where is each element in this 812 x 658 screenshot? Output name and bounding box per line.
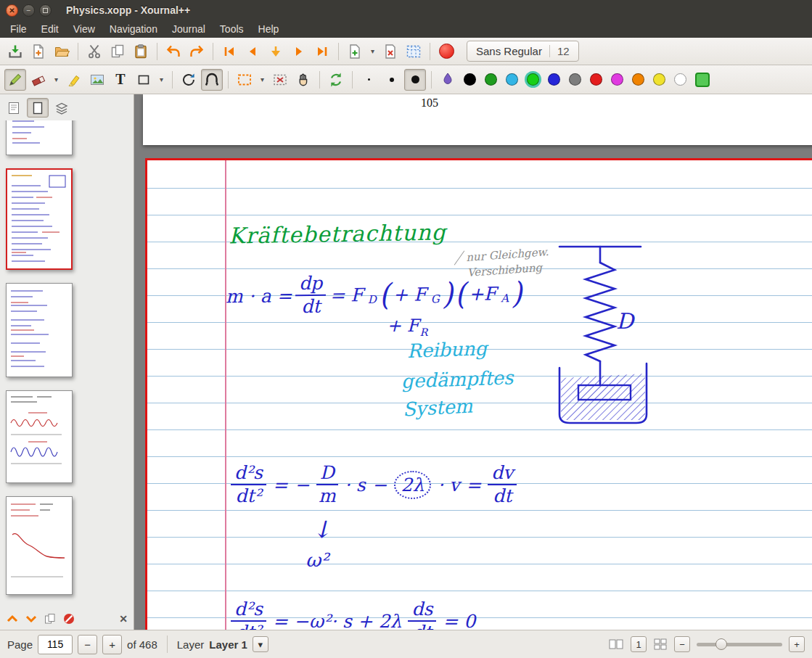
sidebar-tab-contents[interactable] — [3, 98, 25, 118]
refresh-icon — [328, 72, 344, 88]
current-color-button[interactable] — [695, 73, 710, 87]
single-page-view-button[interactable]: 1 — [631, 636, 647, 652]
record-icon — [439, 44, 454, 59]
font-button[interactable]: Sans Regular 12 — [467, 41, 579, 62]
thumbnail-page[interactable] — [6, 120, 73, 155]
cut-button[interactable] — [83, 41, 105, 62]
color-swatch-white[interactable] — [674, 73, 686, 86]
thickness-thick-button[interactable] — [404, 69, 426, 91]
save-button[interactable] — [4, 41, 26, 62]
sidebar-tab-preview[interactable] — [27, 98, 49, 118]
window-close-button[interactable]: ✕ — [6, 4, 18, 17]
move-page-down-button[interactable] — [25, 613, 38, 625]
last-page-button[interactable] — [311, 41, 333, 62]
thumbnail-page[interactable] — [6, 390, 73, 483]
image-tool-button[interactable] — [86, 69, 108, 91]
current-page[interactable]: Kräftebetrachtung nur Gleichgew. Verschi… — [145, 158, 812, 630]
new-document-button[interactable] — [28, 41, 49, 62]
statusbar-right: 1 − + — [608, 636, 805, 652]
grid-view-button[interactable] — [653, 638, 668, 651]
zoom-in-button[interactable]: + — [789, 636, 805, 652]
subscript-D: D — [368, 293, 377, 306]
formula-token: = — [273, 474, 288, 495]
color-swatch-gray[interactable] — [569, 73, 581, 86]
zoom-slider-handle[interactable] — [715, 638, 727, 650]
color-swatch-light-blue[interactable] — [506, 73, 518, 86]
sidebar-tab-layers[interactable] — [51, 98, 73, 118]
goto-page-button[interactable] — [265, 41, 287, 62]
separator — [172, 71, 173, 89]
color-chooser-button[interactable] — [437, 69, 459, 91]
thumbnail-page[interactable] — [6, 283, 73, 377]
hand-tool-button[interactable] — [292, 69, 314, 91]
menu-view[interactable]: View — [66, 22, 102, 36]
shape-dropdown-button[interactable]: ▾ — [156, 69, 167, 91]
canvas-area[interactable]: 105 Kräftebetrachtung nur Gleichgew. Ver… — [134, 94, 812, 630]
paste-button[interactable] — [130, 41, 152, 62]
select-dropdown-button[interactable]: ▾ — [257, 69, 268, 91]
formula-token: = 0 — [443, 611, 475, 630]
next-page-button[interactable] — [288, 41, 310, 62]
grid-button[interactable] — [403, 41, 425, 62]
shape-recognizer-button[interactable] — [201, 69, 223, 91]
thickness-fine-button[interactable] — [358, 69, 380, 91]
move-page-up-button[interactable] — [6, 613, 19, 625]
open-button[interactable] — [51, 41, 73, 62]
delete-page-button[interactable] — [380, 41, 401, 62]
undo-button[interactable] — [163, 41, 184, 62]
window-minimize-button[interactable]: − — [22, 4, 35, 17]
add-page-dropdown-button[interactable]: ▾ — [367, 41, 378, 62]
pen-tool-button[interactable] — [4, 69, 26, 91]
cancel-button[interactable] — [62, 612, 75, 625]
copy-button[interactable] — [107, 41, 128, 62]
color-swatch-blue[interactable] — [548, 73, 560, 86]
add-page-button[interactable] — [344, 41, 366, 62]
color-swatch-black[interactable] — [464, 73, 476, 86]
menu-tools[interactable]: Tools — [213, 22, 251, 36]
previous-page-bottom[interactable]: 105 — [143, 94, 812, 145]
menu-edit[interactable]: Edit — [34, 22, 66, 36]
xournalpp-window: ✕ − Physics.xopp - Xournal++ File Edit V… — [0, 0, 812, 658]
shape-tool-button[interactable] — [133, 69, 155, 91]
close-sidebar-button[interactable]: ✕ — [119, 613, 128, 625]
ink-formula-final: d²s dt² = −ω²· s + 2λ ds dt = 0 — [231, 600, 475, 630]
formula-token: − — [295, 474, 310, 495]
page-decrement-button[interactable]: − — [78, 635, 97, 654]
text-tool-button[interactable]: T — [110, 69, 131, 91]
zoom-slider[interactable] — [697, 643, 782, 646]
highlighter-tool-button[interactable] — [63, 69, 85, 91]
page-number-input[interactable] — [38, 635, 73, 654]
color-swatch-red[interactable] — [590, 73, 602, 86]
thumbnail-page-current[interactable] — [6, 168, 73, 270]
select-region-button[interactable] — [234, 69, 255, 91]
add-page-icon — [348, 44, 362, 59]
eraser-tool-button[interactable] — [28, 69, 49, 91]
eraser-dropdown-button[interactable]: ▾ — [51, 69, 62, 91]
menu-navigation[interactable]: Navigation — [102, 22, 165, 36]
page-increment-button[interactable]: + — [102, 635, 122, 654]
color-swatch-bright-green[interactable] — [527, 73, 539, 86]
thickness-medium-button[interactable] — [381, 69, 403, 91]
menu-help[interactable]: Help — [251, 22, 287, 36]
refresh-button[interactable] — [325, 69, 347, 91]
color-swatch-magenta[interactable] — [611, 73, 623, 86]
dual-page-view-button[interactable] — [608, 638, 624, 651]
select-object-button[interactable] — [269, 69, 291, 91]
window-maximize-button[interactable] — [39, 4, 52, 17]
previous-page-button[interactable] — [242, 41, 263, 62]
lasso-selected-term[interactable]: 2λ — [394, 471, 432, 499]
rotation-snap-button[interactable] — [178, 69, 200, 91]
color-swatch-orange[interactable] — [632, 73, 644, 86]
redo-button[interactable] — [186, 41, 208, 62]
first-page-button[interactable] — [218, 41, 240, 62]
record-audio-button[interactable] — [435, 41, 457, 62]
open-folder-icon — [54, 44, 70, 59]
duplicate-page-button[interactable] — [44, 612, 57, 625]
thumbnail-page[interactable] — [6, 496, 73, 595]
color-swatch-green[interactable] — [485, 73, 497, 86]
menu-file[interactable]: File — [3, 22, 34, 36]
zoom-out-button[interactable]: − — [674, 636, 690, 652]
layer-dropdown-button[interactable]: ▾ — [253, 636, 268, 652]
menu-journal[interactable]: Journal — [165, 22, 213, 36]
color-swatch-yellow[interactable] — [653, 73, 665, 86]
